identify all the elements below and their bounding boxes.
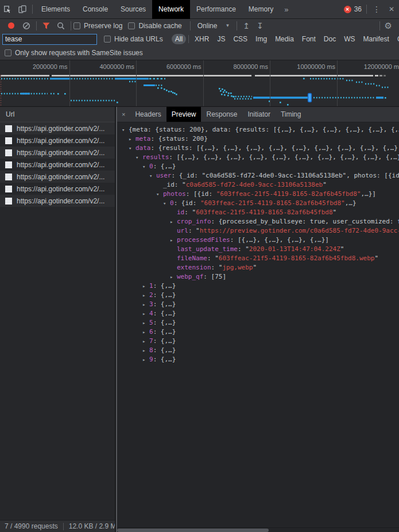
filter-icon[interactable] [42,22,50,29]
tree-line[interactable]: ▾results: [{,…}, {,…}, {,…}, {,…}, {,…},… [117,153,399,162]
scrollbar-thumb[interactable] [117,529,269,532]
type-filter-manifest[interactable]: Manifest [360,34,393,44]
close-detail-icon[interactable]: × [117,107,130,122]
search-icon[interactable] [57,22,65,30]
horizontal-scrollbar[interactable] [117,527,399,532]
tab-network[interactable]: Network [152,0,190,19]
url-column-header[interactable]: Url [0,107,115,122]
tree-toggle-icon[interactable]: ▸ [142,355,149,364]
tree-line[interactable]: ▾photos: [{id: "603ffeac-21f5-4119-8165-… [117,190,399,199]
hide-data-urls-checkbox[interactable] [104,36,111,43]
detail-tab-initiator[interactable]: Initiator [243,107,276,122]
tree-toggle-icon[interactable]: ▸ [170,236,177,245]
tree-line[interactable]: ▸7: {,…} [117,337,399,346]
tree-toggle-icon[interactable]: ▾ [129,144,135,153]
tab-performance[interactable]: Performance [190,0,242,19]
tree-line[interactable]: ▸2: {,…} [117,291,399,300]
tree-toggle-icon[interactable]: ▸ [129,134,135,144]
tree-toggle-icon[interactable]: ▾ [122,125,129,134]
tree-line[interactable]: ▸6: {,…} [117,327,399,337]
request-row[interactable]: https://api.gotinder.com/v2/... [0,147,115,159]
type-filter-img[interactable]: Img [252,34,270,44]
tree-line[interactable]: ▸8: {,…} [117,346,399,355]
tree-line[interactable]: ▾0: {id: "603ffeac-21f5-4119-8165-82af6b… [117,199,399,208]
tree-line[interactable]: ▸9: {,…} [117,355,399,364]
type-filter-xhr[interactable]: XHR [191,34,212,44]
tree-line[interactable]: ▾0: {,…} [117,162,399,171]
preserve-log-checkbox[interactable] [73,22,80,29]
tab-elements[interactable]: Elements [35,0,76,19]
import-har-icon[interactable]: ↥ [243,22,250,30]
tree-line[interactable]: ▸webp_qf: [75] [117,272,399,282]
error-count-badge[interactable]: ✕ 36 [344,5,362,13]
type-filter-all[interactable]: All [172,34,186,44]
json-text: ,…} [345,199,357,207]
tree-toggle-icon[interactable]: ▸ [142,309,149,318]
json-key: 0 [149,163,153,170]
tree-toggle-icon[interactable]: ▾ [163,199,170,208]
samesite-checkbox[interactable] [5,49,11,56]
tree-toggle-icon[interactable]: ▸ [142,282,149,291]
detail-tab-response[interactable]: Response [201,107,242,122]
tree-toggle-icon[interactable]: ▸ [142,318,149,327]
clear-network-log-icon[interactable] [22,22,30,30]
divider [237,21,237,30]
disable-cache-checkbox[interactable] [128,22,135,29]
export-har-icon[interactable]: ↧ [257,22,264,30]
type-filter-css[interactable]: CSS [230,34,251,44]
tab-sources[interactable]: Sources [114,0,152,19]
close-devtools-icon[interactable]: ✕ [384,2,399,17]
inspect-element-icon[interactable] [0,2,15,17]
tree-toggle-icon[interactable]: ▾ [142,162,149,171]
tree-toggle-icon[interactable]: ▸ [142,291,149,300]
tree-line[interactable]: ▸1: {,…} [117,282,399,291]
request-row[interactable]: https://api.gotinder.com/v2/... [0,195,115,207]
tab-console[interactable]: Console [76,0,114,19]
request-row[interactable]: https://api.gotinder.com/v2/... [0,171,115,183]
kebab-menu-icon[interactable]: ⋮ [369,2,384,17]
request-row[interactable]: https://api.gotinder.com/v2/... [0,183,115,195]
network-overview-timeline[interactable]: 2000000 ms4000000 ms6000000 ms8000000 ms… [0,60,399,107]
tree-line[interactable]: ▸4: {,…} [117,309,399,318]
type-filter-font[interactable]: Font [299,34,319,44]
tree-toggle-icon[interactable]: ▾ [156,190,163,199]
tree-line[interactable]: ▸processedFiles: [{,…}, {,…}, {,…}, {,…}… [117,236,399,245]
type-filter-other[interactable]: Other [394,34,399,44]
device-toolbar-icon[interactable] [15,2,30,17]
tree-line[interactable]: ▸meta: {status: 200} [117,134,399,144]
filter-input[interactable] [2,34,97,45]
tree-toggle-icon[interactable]: ▸ [142,346,149,355]
request-list-pane: Url https://api.gotinder.com/v2/...https… [0,107,115,532]
request-row[interactable]: https://api.gotinder.com/v2/... [0,122,115,134]
more-panels-button[interactable]: » [280,5,293,14]
type-filter-media[interactable]: Media [272,34,297,44]
tree-toggle-icon[interactable]: ▸ [142,327,149,337]
tab-memory[interactable]: Memory [242,0,280,19]
tree-toggle-icon[interactable]: ▾ [149,171,156,180]
record-network-log-icon[interactable] [8,22,14,29]
json-text: : {,…} [153,310,176,317]
tree-line[interactable]: ▸3: {,…} [117,300,399,309]
request-row[interactable]: https://api.gotinder.com/v2/... [0,134,115,147]
detail-tab-preview[interactable]: Preview [166,107,202,122]
throttling-select[interactable]: Online ▼ [197,22,230,30]
tree-line[interactable]: ▾data: {results: [{,…}, {,…}, {,…}, {,…}… [117,144,399,153]
type-filter-js[interactable]: JS [214,34,228,44]
type-filter-ws[interactable]: WS [340,34,358,44]
tree-line[interactable]: ▸5: {,…} [117,318,399,327]
json-text: " [374,255,378,262]
tree-toggle-icon[interactable]: ▾ [135,153,142,162]
tree-line[interactable]: ▸crop_info: {processed_by_bullseye: true… [117,217,399,226]
tree-toggle-icon[interactable]: ▸ [142,337,149,346]
tree-line[interactable]: ▾{meta: {status: 200}, data: {results: [… [117,125,399,134]
tree-toggle-icon[interactable]: ▸ [142,300,149,309]
type-filter-doc[interactable]: Doc [320,34,339,44]
settings-gear-icon[interactable]: ⚙ [385,21,392,31]
tree-line[interactable]: ▾user: {_id: "c0a6d585-fd72-4de0-9acc-13… [117,171,399,180]
detail-tab-headers[interactable]: Headers [130,107,166,122]
detail-tab-timing[interactable]: Timing [276,107,307,122]
request-row[interactable]: https://api.gotinder.com/v2/... [0,159,115,171]
tree-toggle-icon[interactable]: ▸ [170,272,177,282]
json-key: 5 [149,319,153,326]
tree-toggle-icon[interactable]: ▸ [170,217,177,226]
